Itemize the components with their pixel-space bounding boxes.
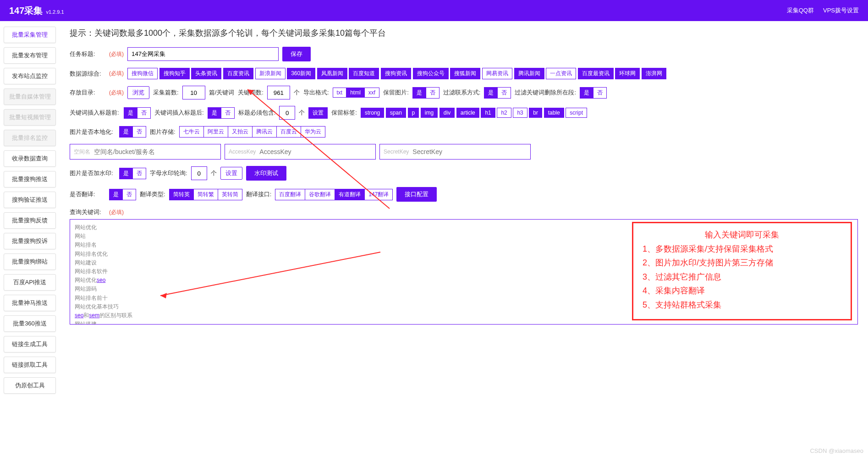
label-insert-before: 关键词插入标题前: — [70, 109, 120, 117]
keyword-line: 网站优化 — [75, 223, 853, 232]
sidebar-item[interactable]: 批量发布管理 — [4, 47, 56, 64]
tag-option[interactable]: table — [544, 108, 564, 118]
unit-count: 篇/关键词 — [209, 88, 235, 97]
tag-option[interactable]: 简转英 — [169, 189, 193, 200]
toggle-keepimg[interactable]: 是否 — [412, 87, 439, 99]
tag-option[interactable]: 搜狗微信 — [127, 68, 158, 79]
input-wm-rotate[interactable] — [191, 166, 207, 180]
tag-option[interactable]: 网易资讯 — [482, 68, 512, 79]
toggle-insert-after[interactable]: 是否 — [208, 107, 235, 119]
toggle-insert-before[interactable]: 是否 — [124, 107, 151, 119]
toggle-localize[interactable]: 是否 — [119, 126, 146, 138]
api-config-button[interactable]: 接口配置 — [396, 187, 437, 202]
tag-option[interactable]: 147翻译 — [364, 189, 393, 200]
sidebar-item[interactable]: 链接抓取工具 — [4, 357, 56, 373]
label-format: 导出格式: — [303, 88, 329, 97]
label-keywords: 查询关键词: — [70, 208, 105, 216]
tag-option[interactable]: 腾讯云 — [252, 126, 276, 138]
tag-option[interactable]: 百度云 — [276, 126, 301, 138]
tag-option[interactable]: txt — [333, 88, 346, 98]
tag-option[interactable]: p — [408, 108, 419, 118]
input-space-name[interactable]: 空间名 — [70, 144, 221, 160]
tag-option[interactable]: h1 — [481, 108, 495, 118]
sidebar-item[interactable]: 收录数据查询 — [4, 150, 56, 167]
tag-option[interactable]: 新浪新闻 — [255, 68, 286, 79]
tag-option[interactable]: article — [456, 108, 479, 118]
tag-option[interactable]: 英转简 — [218, 189, 242, 200]
textarea-keywords[interactable]: 网站优化网站网站排名网站排名优化网站建设网站排名软件网站优化seo网站源码网站排… — [70, 219, 858, 325]
tag-option[interactable]: 腾讯新闻 — [514, 68, 544, 79]
must-set-button[interactable]: 设置 — [308, 107, 328, 119]
sidebar-item[interactable]: 搜狗验证推送 — [4, 192, 56, 208]
tag-option[interactable]: 有道翻译 — [335, 189, 364, 200]
save-button[interactable]: 保存 — [282, 47, 311, 61]
input-access-key[interactable]: AccessKey — [225, 144, 376, 160]
tag-option[interactable]: div — [439, 108, 455, 118]
tag-option[interactable]: img — [421, 108, 438, 118]
label-count: 采集篇数: — [153, 88, 179, 97]
tag-option[interactable]: 头条资讯 — [191, 68, 221, 79]
tag-option[interactable]: br — [529, 108, 542, 118]
app-brand: 147采集 v1.2.9.1 — [9, 5, 64, 17]
row-localize: 图片是否本地化: 是否 图片存储: 七牛云阿里云又拍云腾讯云百度云华为云 — [70, 126, 858, 138]
sidebar-item[interactable]: 批量采集管理 — [4, 27, 56, 43]
toggle-translate[interactable]: 是否 — [109, 189, 136, 200]
tag-option[interactable]: 七牛云 — [179, 126, 203, 138]
label-filter-para: 过滤关键词删除所在段: — [515, 88, 576, 97]
tag-option[interactable]: 简转繁 — [193, 189, 218, 200]
input-kwcount[interactable] — [267, 86, 290, 99]
link-qq-group[interactable]: 采集QQ群 — [787, 6, 814, 15]
label-storage: 图片存储: — [150, 128, 176, 136]
tag-option[interactable]: 360新闻 — [287, 68, 315, 79]
toggle-watermark[interactable]: 是否 — [119, 168, 146, 179]
sidebar-item[interactable]: 批量搜狗绑站 — [4, 253, 56, 270]
input-must-count[interactable] — [279, 106, 295, 120]
sidebar-item[interactable]: 批量神马推送 — [4, 295, 56, 311]
wm-test-button[interactable]: 水印测试 — [246, 166, 286, 181]
wm-set-button[interactable]: 设置 — [220, 167, 242, 180]
link-vps-settings[interactable]: VPS拨号设置 — [823, 6, 859, 15]
tag-option[interactable]: 百度翻译 — [275, 189, 305, 200]
tag-option[interactable]: 谷歌翻译 — [305, 189, 335, 200]
header-links: 采集QQ群 VPS拨号设置 — [787, 6, 859, 15]
tag-option[interactable]: 搜狗公众号 — [413, 68, 449, 79]
row-watermark: 图片是否加水印: 是否 字母水印轮询: 个 设置 水印测试 — [70, 166, 858, 181]
tag-option[interactable]: xxf — [364, 88, 379, 98]
sidebar-item[interactable]: 百度API推送 — [4, 274, 56, 291]
tag-option[interactable]: 搜狐新闻 — [450, 68, 480, 79]
tag-option[interactable]: strong — [361, 108, 384, 118]
keyword-line: 网站源码 — [75, 285, 853, 293]
input-task-title[interactable] — [127, 47, 279, 61]
sidebar-item[interactable]: 批量搜狗投诉 — [4, 233, 56, 249]
sidebar-item[interactable]: 批量360推送 — [4, 315, 56, 332]
required-marker: (必填) — [109, 209, 124, 216]
tag-option[interactable]: 环球网 — [615, 68, 640, 79]
tag-option[interactable]: span — [386, 108, 406, 118]
tag-option[interactable]: 凤凰新闻 — [317, 68, 347, 79]
sidebar-item[interactable]: 批量搜狗反馈 — [4, 212, 56, 229]
sidebar-item[interactable]: 伪原创工具 — [4, 377, 56, 394]
tag-option[interactable]: 百度知道 — [349, 68, 379, 79]
toggle-filter-para[interactable]: 是否 — [580, 87, 607, 99]
sidebar-item[interactable]: 链接生成工具 — [4, 336, 56, 352]
input-count[interactable] — [182, 86, 205, 99]
tag-option[interactable]: 又拍云 — [228, 126, 252, 138]
toggle-filter-contact[interactable]: 是否 — [484, 87, 511, 99]
tag-option[interactable]: 百度最资讯 — [578, 68, 614, 79]
tag-option[interactable]: 搜狗资讯 — [381, 68, 411, 79]
tag-option[interactable]: 阿里云 — [203, 126, 228, 138]
keyword-line: 网站排名软件 — [75, 267, 853, 276]
input-secret-key[interactable]: SecretKey — [379, 144, 531, 160]
tag-option[interactable]: 一点资讯 — [546, 68, 576, 79]
tag-option[interactable]: script — [566, 108, 587, 118]
browse-button[interactable]: 浏览 — [127, 86, 149, 99]
sidebar-item[interactable]: 批量搜狗推送 — [4, 171, 56, 187]
tag-option[interactable]: 澎湃网 — [642, 68, 666, 79]
tag-option[interactable]: 华为云 — [301, 126, 325, 138]
tag-option[interactable]: 百度资讯 — [223, 68, 253, 79]
tag-option[interactable]: html — [346, 88, 364, 98]
tag-option[interactable]: 搜狗知乎 — [159, 68, 190, 79]
sidebar-item[interactable]: 发布站点监控 — [4, 68, 56, 84]
tag-option[interactable]: h2 — [497, 108, 511, 118]
tag-option[interactable]: h3 — [513, 108, 527, 118]
